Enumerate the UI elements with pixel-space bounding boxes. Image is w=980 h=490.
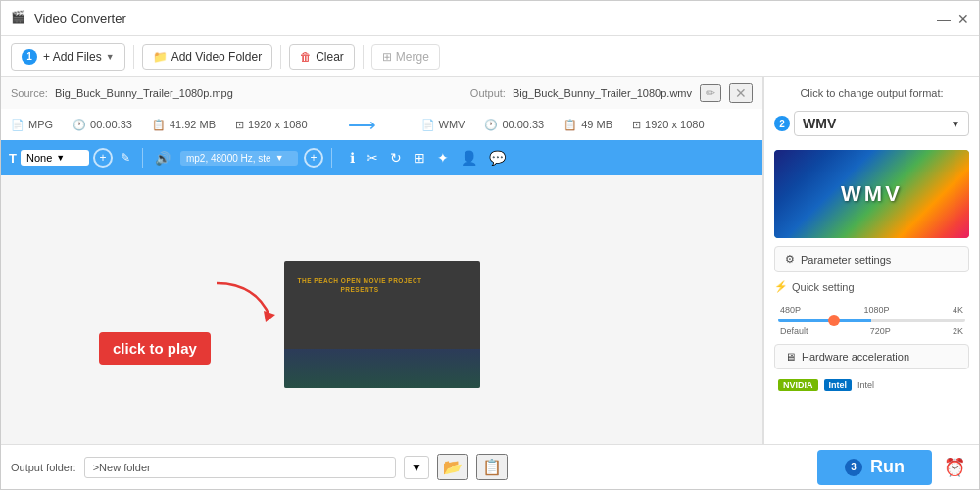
quality-720p: 720P <box>870 326 891 336</box>
res-icon: ⊡ <box>235 119 244 131</box>
output-resolution: 1920 x 1080 <box>645 119 705 130</box>
param-settings-label: Parameter settings <box>801 254 891 266</box>
run-badge: 3 <box>845 459 862 476</box>
merge-icon: ⊞ <box>382 50 392 64</box>
output-path-dropdown-button[interactable]: ▼ <box>404 456 429 479</box>
intel-badge: Intel <box>824 379 853 391</box>
source-duration: 00:00:33 <box>90 119 132 130</box>
output-duration: 00:00:33 <box>502 119 544 130</box>
movie-logo-text-2: PRESENTS <box>298 285 422 294</box>
hw-accel-icon: 🖥 <box>785 351 796 363</box>
convert-arrow: ⟶ <box>343 113 382 136</box>
source-meta: 📄 MPG 🕐 00:00:33 📋 41.92 MB ⊡ 1920 x 108… <box>11 119 343 131</box>
clear-button[interactable]: 🗑 Clear <box>289 44 355 70</box>
quality-1080p: 1080P <box>863 305 889 315</box>
source-resolution: 1920 x 1080 <box>248 119 308 130</box>
add-text-button[interactable]: + <box>93 148 113 168</box>
clock-icon: 🕐 <box>73 119 86 131</box>
title-bar: 🎬 Video Converter — ✕ <box>1 1 979 36</box>
browse-folder-button[interactable]: 📂 <box>437 454 468 480</box>
arrow-icon: ⟶ <box>348 113 376 136</box>
output-filename: Big_Buck_Bunny_Trailer_1080p.wmv <box>513 87 692 99</box>
quality-default: Default <box>780 326 808 336</box>
info-tool-button[interactable]: ℹ <box>346 148 359 168</box>
output-meta: 📄 WMV 🕐 00:00:33 📋 49 MB ⊡ 1920 x 1080 <box>382 119 754 131</box>
output-folder-label: Output folder: <box>11 462 76 473</box>
crop-tool-button[interactable]: ⊞ <box>410 148 429 168</box>
file-meta-row: 📄 MPG 🕐 00:00:33 📋 41.92 MB ⊡ 1920 x 108… <box>1 109 762 140</box>
run-button[interactable]: 3 Run <box>817 450 932 485</box>
add-files-badge: 1 <box>22 49 37 65</box>
alarm-button[interactable]: ⏰ <box>940 453 969 482</box>
quality-480p: 480P <box>780 305 801 315</box>
close-button[interactable]: ✕ <box>957 13 969 24</box>
output-res-icon: ⊡ <box>632 119 641 131</box>
quality-labels-top: 480P 1080P 4K <box>778 305 965 315</box>
hw-accel-label: Hardware acceleration <box>802 351 909 363</box>
gpu-row: NVIDIA Intel Intel <box>774 377 969 393</box>
hardware-acceleration-button[interactable]: 🖥 Hardware acceleration <box>774 344 969 369</box>
effect-tool-button[interactable]: ✦ <box>433 148 453 168</box>
audio-icon: 🔊 <box>151 149 174 168</box>
toolbar-divider-2 <box>280 45 281 69</box>
quick-setting-text: Quick setting <box>792 281 855 293</box>
output-size: 49 MB <box>581 119 612 130</box>
output-duration-item: 🕐 00:00:33 <box>484 119 544 131</box>
cut-tool-button[interactable]: ✂ <box>363 148 382 168</box>
add-files-dropdown-icon[interactable]: ▼ <box>106 52 115 62</box>
output-format-item: 📄 WMV <box>421 119 466 131</box>
watermark-tool-button[interactable]: 👤 <box>457 148 481 168</box>
edit-text-button[interactable]: ✎ <box>117 149 134 167</box>
format-hint: Click to change output format: <box>774 87 969 99</box>
merge-button[interactable]: ⊞ Merge <box>371 44 440 70</box>
source-format-item: 📄 MPG <box>11 119 53 131</box>
audio-option-label: mp2, 48000 Hz, ste <box>186 153 271 164</box>
quality-slider-track[interactable] <box>778 318 965 322</box>
edit-divider-2 <box>331 148 332 168</box>
quick-setting-label: ⚡ Quick setting <box>774 280 969 293</box>
add-video-folder-button[interactable]: 📁 Add Video Folder <box>142 44 273 70</box>
output-size-icon: 📋 <box>564 119 577 131</box>
click-to-play-label[interactable]: click to play <box>99 332 211 365</box>
quality-slider-thumb[interactable] <box>828 315 840 326</box>
param-settings-icon: ⚙ <box>785 253 795 266</box>
edit-divider-1 <box>142 148 143 168</box>
edit-output-button[interactable]: ✏ <box>700 84 721 102</box>
clear-label: Clear <box>316 50 344 64</box>
subtitle-tool-button[interactable]: 💬 <box>485 148 510 168</box>
close-file-button[interactable]: ✕ <box>729 83 753 103</box>
format-icon: 📄 <box>11 119 24 131</box>
format-preview-label: WMV <box>841 181 903 207</box>
source-resolution-item: ⊡ 1920 x 1080 <box>235 119 308 131</box>
text-option-label: None <box>26 152 52 164</box>
format-select[interactable]: WMV ▼ <box>794 111 969 136</box>
text-controls: T None ▼ + ✎ <box>9 148 134 168</box>
source-label: Source: Big_Buck_Bunny_Trailer_1080p.mpg <box>11 87 233 99</box>
quick-setting-icon: ⚡ <box>774 280 788 293</box>
output-format: WMV <box>439 119 466 130</box>
audio-dropdown[interactable]: mp2, 48000 Hz, ste ▼ <box>180 151 298 166</box>
format-label: WMV <box>803 116 836 131</box>
rotate-tool-button[interactable]: ↻ <box>386 148 406 168</box>
output-clock-icon: 🕐 <box>484 119 498 131</box>
source-filename: Big_Buck_Bunny_Trailer_1080p.mpg <box>55 87 233 99</box>
parameter-settings-button[interactable]: ⚙ Parameter settings <box>774 246 969 272</box>
run-label: Run <box>870 457 905 477</box>
minimize-button[interactable]: — <box>938 13 950 24</box>
main-toolbar: 1 + Add Files ▼ 📁 Add Video Folder 🗑 Cle… <box>1 36 979 77</box>
edit-tools-group: ℹ ✂ ↻ ⊞ ✦ 👤 💬 <box>346 148 510 168</box>
main-content: Source: Big_Buck_Bunny_Trailer_1080p.mpg… <box>1 77 979 444</box>
format-badge: 2 <box>774 116 790 131</box>
text-dropdown-arrow: ▼ <box>56 153 65 163</box>
size-icon: 📋 <box>152 119 166 131</box>
play-hint-arrow <box>207 273 285 335</box>
add-audio-button[interactable]: + <box>304 148 323 168</box>
source-format: MPG <box>28 119 53 130</box>
output-path-input[interactable]: >New folder <box>84 457 396 478</box>
open-output-button[interactable]: 📋 <box>476 454 508 480</box>
window-title: Video Converter <box>34 11 938 25</box>
add-files-button[interactable]: 1 + Add Files ▼ <box>11 43 125 71</box>
text-dropdown[interactable]: None ▼ <box>21 150 89 166</box>
movie-logo-text: THE PEACH OPEN MOVIE PROJECT <box>298 276 422 285</box>
preview-area[interactable]: THE PEACH OPEN MOVIE PROJECT PRESENTS cl… <box>1 175 762 444</box>
